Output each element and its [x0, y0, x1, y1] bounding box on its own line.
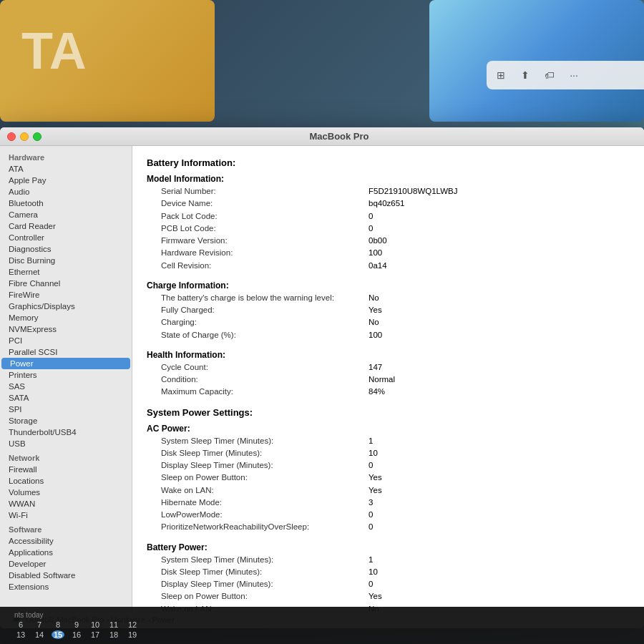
- sidebar-item-storage[interactable]: Storage: [0, 415, 132, 426]
- sidebar-item-firewall[interactable]: Firewall: [0, 464, 132, 475]
- ac-prioritize-row: PrioritizeNetworkReachabilityOverSleep: …: [147, 521, 630, 533]
- sidebar-item-printers[interactable]: Printers: [0, 369, 132, 381]
- condition-row: Condition: Normal: [147, 374, 630, 386]
- ac-sys-sleep-row: System Sleep Timer (Minutes): 1: [147, 435, 630, 447]
- ac-disk-sleep-value: 10: [369, 447, 378, 459]
- tag-icon[interactable]: 🏷: [542, 68, 557, 82]
- toolbar-area: ⊞ ⬆ 🏷 ···: [487, 61, 644, 89]
- content-area: Battery Information: Model Information: …: [132, 146, 644, 611]
- bp-sleep-power-row: Sleep on Power Button: Yes: [147, 590, 630, 602]
- condition-label: Condition:: [161, 374, 369, 386]
- serial-value: F5D21910U8WQ1LWBJ: [369, 185, 457, 197]
- sidebar-item-accessibility[interactable]: Accessibility: [0, 535, 132, 547]
- cycle-count-value: 147: [369, 361, 382, 374]
- state-charge-row: State of Charge (%): 100: [147, 329, 630, 341]
- battery-model-section: Model Information: Serial Number: F5D219…: [147, 174, 630, 272]
- ac-sleep-power-value: Yes: [369, 472, 382, 484]
- sidebar-item-apple-pay[interactable]: Apple Pay: [0, 175, 132, 186]
- bp-sys-sleep-row: System Sleep Timer (Minutes): 1: [147, 554, 630, 566]
- sidebar-item-controller[interactable]: Controller: [0, 232, 132, 243]
- system-info-window: MacBook Pro Hardware ATA Apple Pay Audio…: [0, 127, 644, 628]
- grid-icon[interactable]: ⊞: [494, 68, 508, 82]
- ac-lowpower-value: 0: [369, 509, 373, 521]
- window-body: Hardware ATA Apple Pay Audio Bluetooth C…: [0, 146, 644, 611]
- sidebar-item-audio[interactable]: Audio: [0, 186, 132, 197]
- ac-wake-lan-value: Yes: [369, 484, 382, 497]
- sidebar-item-wifi[interactable]: Wi-Fi: [0, 509, 132, 521]
- sidebar-item-extensions[interactable]: Extensions: [0, 581, 132, 592]
- hardware-rev-label: Hardware Revision:: [161, 247, 369, 259]
- ac-display-sleep-label: Display Sleep Timer (Minutes):: [161, 459, 369, 472]
- sidebar-item-sas[interactable]: SAS: [0, 381, 132, 392]
- pcb-lot-row: PCB Lot Code: 0: [147, 223, 630, 235]
- bp-sleep-power-label: Sleep on Power Button:: [161, 590, 369, 602]
- sidebar-item-wwan[interactable]: WWAN: [0, 498, 132, 509]
- maximize-button[interactable]: [33, 132, 42, 141]
- ac-hibernate-value: 3: [369, 497, 373, 509]
- sidebar-item-pci[interactable]: PCI: [0, 335, 132, 346]
- cal-17: 17: [89, 630, 102, 639]
- sidebar-item-graphics[interactable]: Graphics/Displays: [0, 301, 132, 312]
- ac-prioritize-label: PrioritizeNetworkReachabilityOverSleep:: [161, 521, 369, 533]
- sidebar-item-bluetooth[interactable]: Bluetooth: [0, 197, 132, 209]
- cell-rev-label: Cell Revision:: [161, 260, 369, 272]
- more-icon[interactable]: ···: [567, 68, 581, 82]
- cal-19: 19: [126, 630, 139, 639]
- bp-sys-sleep-value: 1: [369, 554, 373, 566]
- bp-sys-sleep-label: System Sleep Timer (Minutes):: [161, 554, 369, 566]
- titlebar: MacBook Pro: [0, 127, 644, 146]
- sidebar-item-disabled-software[interactable]: Disabled Software: [0, 570, 132, 581]
- sidebar-item-thunderbolt[interactable]: Thunderbolt/USB4: [0, 426, 132, 438]
- sidebar-item-sata[interactable]: SATA: [0, 392, 132, 404]
- sidebar-item-developer[interactable]: Developer: [0, 558, 132, 570]
- sidebar-item-firewire[interactable]: FireWire: [0, 289, 132, 301]
- bp-display-sleep-row: Display Sleep Timer (Minutes): 0: [147, 578, 630, 590]
- pcb-lot-value: 0: [369, 223, 373, 235]
- sidebar-item-fibre-channel[interactable]: Fibre Channel: [0, 278, 132, 289]
- share-icon[interactable]: ⬆: [518, 68, 532, 82]
- pack-lot-label: Pack Lot Code:: [161, 210, 369, 223]
- sidebar-item-spi[interactable]: SPI: [0, 404, 132, 415]
- system-power-title: System Power Settings:: [147, 407, 630, 418]
- sidebar-item-applications[interactable]: Applications: [0, 547, 132, 558]
- ac-lowpower-row: LowPowerMode: 0: [147, 509, 630, 521]
- sidebar-item-camera[interactable]: Camera: [0, 209, 132, 220]
- ac-hibernate-row: Hibernate Mode: 3: [147, 497, 630, 509]
- battery-power-label: Battery Power:: [147, 542, 630, 552]
- sidebar-item-ethernet[interactable]: Ethernet: [0, 266, 132, 278]
- cal-8: 8: [52, 620, 64, 629]
- sidebar-item-diagnostics[interactable]: Diagnostics: [0, 243, 132, 255]
- cal-12: 12: [126, 620, 139, 629]
- ac-power-label: AC Power:: [147, 424, 630, 434]
- cal-10: 10: [89, 620, 102, 629]
- sidebar-item-nvmeexpress[interactable]: NVMExpress: [0, 323, 132, 335]
- bp-disk-sleep-label: Disk Sleep Timer (Minutes):: [161, 566, 369, 578]
- bp-sleep-power-value: Yes: [369, 590, 382, 602]
- sidebar-item-locations[interactable]: Locations: [0, 475, 132, 487]
- cycle-count-row: Cycle Count: 147: [147, 361, 630, 374]
- ac-disk-sleep-label: Disk Sleep Timer (Minutes):: [161, 447, 369, 459]
- cycle-count-label: Cycle Count:: [161, 361, 369, 374]
- charging-row: Charging: No: [147, 316, 630, 328]
- close-button[interactable]: [7, 132, 16, 141]
- cal-14: 14: [33, 630, 46, 639]
- sidebar-item-ata[interactable]: ATA: [0, 163, 132, 175]
- window-title: MacBook Pro: [42, 131, 637, 142]
- firmware-row: Firmware Version: 0b00: [147, 235, 630, 247]
- sidebar-item-parallel-scsi[interactable]: Parallel SCSI: [0, 346, 132, 358]
- sidebar-item-usb[interactable]: USB: [0, 438, 132, 449]
- sidebar-item-card-reader[interactable]: Card Reader: [0, 220, 132, 232]
- model-info-label: Model Information:: [147, 174, 630, 184]
- cal-7: 7: [33, 620, 46, 629]
- sidebar-item-volumes[interactable]: Volumes: [0, 487, 132, 498]
- sidebar-item-power[interactable]: Power: [1, 358, 130, 369]
- max-capacity-label: Maximum Capacity:: [161, 386, 369, 398]
- sidebar-item-disc-burning[interactable]: Disc Burning: [0, 255, 132, 266]
- minimize-button[interactable]: [20, 132, 29, 141]
- sidebar-item-memory[interactable]: Memory: [0, 312, 132, 323]
- health-info-label: Health Information:: [147, 350, 630, 360]
- taskbar: nts today 6 7 8 9 10 11 12 13 14 15 16 1…: [0, 607, 644, 644]
- bp-disk-sleep-row: Disk Sleep Timer (Minutes): 10: [147, 566, 630, 578]
- max-capacity-row: Maximum Capacity: 84%: [147, 386, 630, 398]
- cell-rev-value: 0a14: [369, 260, 387, 272]
